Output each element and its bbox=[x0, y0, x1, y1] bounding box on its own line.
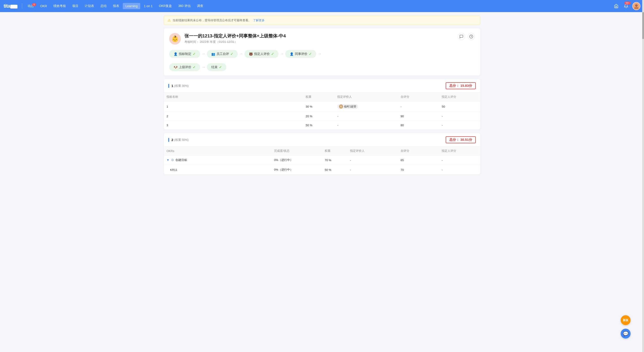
svg-point-3 bbox=[636, 5, 636, 6]
step-label-4: 上级评价 bbox=[179, 65, 191, 69]
notice-link[interactable]: 了解更多 bbox=[253, 18, 265, 23]
section2-table: OKRs 完成度/状态 权重 指定评价人 自评分 指定人评分 ▼ ⊙ 创建目标 … bbox=[164, 147, 480, 174]
step-check-2: ✓ bbox=[271, 52, 274, 56]
section1-header: 1 (权重 30%) 总分： 15.83分 bbox=[164, 79, 480, 93]
nav-label-summary: 总结 bbox=[100, 4, 107, 8]
section2-score-box: 总分： 30.51分 bbox=[446, 136, 476, 143]
okr-goal-cell: ▼ ⊙ 创建目标 bbox=[164, 155, 271, 165]
col-completion: 完成度/状态 bbox=[271, 147, 322, 155]
step-pill-3: 👤 同事评价 ✓ bbox=[285, 50, 316, 58]
nav-item-learning[interactable]: Learning bbox=[123, 3, 140, 9]
nav-item-performance[interactable]: 绩效考核 bbox=[51, 3, 68, 10]
col-indicator-name: 指标名称 bbox=[164, 93, 303, 101]
step-item-3: 👤 同事评价 ✓ bbox=[285, 50, 316, 58]
step-pill-2: 🐻 指定人评价 ✓ bbox=[244, 50, 278, 58]
nav-label-okr: OKR bbox=[40, 4, 47, 8]
review-period: 2022年 年度（01/01-12/31） bbox=[200, 40, 237, 44]
scrollbar[interactable] bbox=[642, 0, 644, 182]
row1-name: 1 bbox=[164, 101, 303, 112]
okr-kr-name: KR11 bbox=[170, 168, 178, 172]
row3-self-score: 80 bbox=[398, 121, 439, 130]
nav-item-360[interactable]: 360 评估 bbox=[176, 3, 193, 10]
okr-kr-weight-cell: 50 % bbox=[322, 165, 347, 175]
step-pill-4: 🐶 上级评价 ✓ bbox=[169, 63, 200, 71]
col-weight2: 权重 bbox=[322, 147, 347, 155]
nav-item-survey[interactable]: 调查 bbox=[194, 3, 206, 10]
avatar-icon bbox=[633, 3, 640, 9]
okr-kr-evaluator: - bbox=[347, 165, 398, 175]
table-row: ▼ ⊙ 创建目标 0%（进行中） 70 % - 65 - bbox=[164, 155, 480, 165]
row2-designated-score: - bbox=[439, 112, 480, 121]
nav-badge-dongtai: 8 bbox=[32, 3, 36, 6]
review-actions bbox=[458, 33, 475, 40]
nav-item-okr-review[interactable]: OKR复盘 bbox=[156, 3, 174, 10]
nav-label-1on1: 1 on 1 bbox=[144, 4, 152, 8]
expand-icon[interactable]: ▼ bbox=[166, 158, 170, 162]
nav-item-dongtai[interactable]: 动态 8 bbox=[25, 3, 36, 10]
okr-goal-self-score: 65 bbox=[398, 155, 439, 165]
row2-self-score: 90 bbox=[398, 112, 439, 121]
table-row: 2 20 % - 90 - bbox=[164, 112, 480, 121]
main-content: ⚠ 当前绩效结果尚未公布，需等待管理员公布后才可最终查看。 了解更多 👶 张一一… bbox=[158, 12, 486, 182]
row2-evaluator: - bbox=[334, 112, 398, 121]
step-arrow-3: → bbox=[318, 52, 322, 56]
nav-item-report[interactable]: 报表 bbox=[110, 3, 122, 10]
nav-label-360: 360 评估 bbox=[178, 4, 190, 8]
scrollbar-thumb[interactable] bbox=[642, 12, 644, 39]
review-header: 👶 张一一的1213-指定人评价+同事整体+上级整体-中4 考核时间： 2022… bbox=[169, 33, 475, 45]
logo-text: tita bbox=[4, 3, 10, 9]
col-designated-score2: 指定人评分 bbox=[439, 147, 480, 155]
review-title: 张一一的1213-指定人评价+同事整体+上级整体-中4 bbox=[184, 33, 286, 39]
okr-kr-cell: KR11 bbox=[164, 165, 271, 175]
notice-text: 当前绩效结果尚未公布，需等待管理员公布后才可最终查看。 bbox=[172, 18, 251, 23]
section1-block: 1 (权重 30%) 总分： 15.83分 指标名称 权重 指定评价人 自评分 … bbox=[164, 79, 480, 130]
step-check-3: ✓ bbox=[309, 52, 312, 56]
nav-item-plan[interactable]: 计划表 bbox=[82, 3, 97, 10]
user-avatar[interactable] bbox=[632, 2, 640, 10]
okr-kr-designated-score: - bbox=[439, 165, 480, 175]
home-icon-btn[interactable] bbox=[613, 3, 620, 10]
row3-weight: 50 bbox=[306, 124, 309, 127]
step-check-5: ✓ bbox=[219, 65, 222, 69]
comment-icon bbox=[459, 35, 464, 39]
row3-weight-cell: 50 % bbox=[303, 121, 334, 130]
review-info: 张一一的1213-指定人评价+同事整体+上级整体-中4 考核时间： 2022年 … bbox=[184, 33, 286, 44]
col-okrs: OKRs bbox=[164, 147, 271, 155]
nav-label-report: 报表 bbox=[113, 4, 119, 8]
logo[interactable]: tita.com bbox=[4, 3, 18, 9]
bell-icon-btn[interactable]: 99+ bbox=[622, 3, 630, 10]
section2-title: 2 bbox=[172, 138, 173, 142]
comment-icon-btn[interactable] bbox=[458, 33, 465, 40]
section2-table-header: OKRs 完成度/状态 权重 指定评价人 自评分 指定人评分 bbox=[164, 147, 480, 155]
section2-num-bar bbox=[168, 138, 169, 142]
nav-item-1on1[interactable]: 1 on 1 bbox=[141, 3, 155, 9]
user-tag-avatar-row1: 临 bbox=[339, 105, 343, 109]
row1-weight: 30 bbox=[306, 105, 309, 108]
col-self-score: 自评分 bbox=[398, 93, 439, 101]
okr-goal-designated-score: - bbox=[439, 155, 480, 165]
nav-label-performance: 绩效考核 bbox=[53, 4, 66, 8]
nav-divider bbox=[22, 3, 22, 9]
okr-kr-weight: 50 bbox=[325, 168, 328, 172]
nav-item-summary[interactable]: 总结 bbox=[98, 3, 109, 10]
step-label-1: 员工自评 bbox=[216, 52, 229, 56]
section1-weight: (权重 30%) bbox=[174, 84, 188, 88]
row2-weight-cell: 20 % bbox=[303, 112, 334, 121]
col-evaluator2: 指定评价人 bbox=[347, 147, 398, 155]
nav-right-actions: 99+ bbox=[613, 2, 640, 10]
section1-total-label: 总分： bbox=[449, 84, 459, 88]
step-arrow-0: → bbox=[202, 52, 206, 56]
review-avatar: 👶 bbox=[169, 33, 181, 45]
section1-score-box: 总分： 15.83分 bbox=[446, 82, 476, 89]
step-check-4: ✓ bbox=[193, 65, 196, 69]
okr-goal-weight-cell: 70 % bbox=[322, 155, 347, 165]
col-designated-score: 指定人评分 bbox=[439, 93, 480, 101]
history-icon bbox=[469, 35, 473, 39]
user-tag-row1: 临 临时1超管 bbox=[337, 104, 358, 109]
nav-item-okr[interactable]: OKR bbox=[38, 3, 50, 9]
table-row: 3 50 % - 80 - bbox=[164, 121, 480, 130]
step-label-3: 同事评价 bbox=[295, 52, 308, 56]
section2-total-label: 总分： bbox=[449, 138, 459, 141]
nav-item-project[interactable]: 项目 bbox=[70, 3, 81, 10]
history-icon-btn[interactable] bbox=[468, 33, 475, 40]
